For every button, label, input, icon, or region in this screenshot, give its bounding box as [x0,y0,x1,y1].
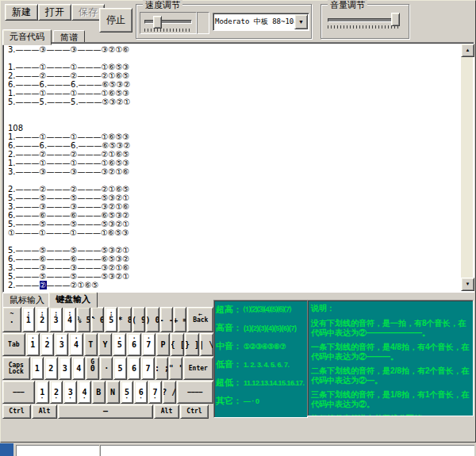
keyboard-key[interactable]: 4· [78,381,91,404]
legend-value: — · 0 [244,397,259,405]
scroll-down-icon[interactable]: ▼ [461,278,474,291]
keyboard-key[interactable]: ———— [177,381,213,404]
key-bottom-label: · [41,397,44,401]
explanation-paragraph: 三条下划线的音符，是1/8拍，有1个音长，在代码中表达为②。 [311,390,470,409]
keyboard-key[interactable]: :3 [49,307,62,332]
keyboard-key[interactable]: :1 [22,307,35,332]
keyboard-key[interactable]: : ; [155,357,168,380]
volume-slider-track[interactable] [328,18,399,22]
keyboard-key[interactable]: Caps Lock [2,357,30,380]
keyboard-key[interactable]: 5 [113,357,126,380]
notation-line: 2.———②———②———②①⑥⑤ [8,185,461,194]
new-button[interactable]: 新建 [5,4,38,21]
keyboard-key[interactable]: Ctrl [2,404,31,419]
keyboard-key[interactable]: ? / [163,381,176,404]
keyboard-key[interactable]: ——— [2,381,35,404]
keyboard-key[interactable]: | \ [200,333,213,356]
keyboard-key[interactable]: ·4 [69,333,83,356]
keyboard-key[interactable]: 5· [121,381,134,404]
keyboard-key[interactable]: 6· [134,381,148,404]
keyboard-key[interactable]: — [58,404,153,419]
speed-adjust-group: 速度调节 Moderato 中板 88~104拍/分 ▼ [136,4,312,39]
keyboard-key[interactable]: ·5 [113,333,126,356]
keyboard-key[interactable]: Alt [154,404,179,419]
keyboard-key[interactable]: 7· [148,381,162,404]
notation-line [8,115,461,124]
keyboard-key[interactable]: T [84,333,98,356]
keyboard-key[interactable]: B [92,381,106,404]
speed-slider[interactable] [140,12,197,34]
legend-label: 其它： [216,395,244,407]
key-main-label: Tab [8,342,19,348]
keyboard-key[interactable]: ←Back [187,307,213,332]
keyboard-key[interactable]: ·6 [127,333,140,356]
volume-slider-thumb[interactable] [391,13,400,26]
keyboard-key[interactable]: G0 [86,357,98,380]
keyboard-key[interactable]: ~. [2,307,21,332]
keyboard-key[interactable]: ( 9 [132,307,145,332]
keyboard-key[interactable]: ) 0 [146,307,159,332]
stop-button[interactable]: 停止 [99,8,132,33]
editor-vertical-scrollbar[interactable]: ▲ ▼ [461,44,473,291]
notation-line [8,106,461,115]
keyboard-key[interactable]: * 8 [118,307,131,332]
notation-lines: 3.———③———③———③②①⑥ 1.———①———①———①⑥⑤③ 2.——… [8,45,461,281]
key-main-label: Back [193,317,208,324]
keyboard-key[interactable]: Alt [32,404,57,419]
keyboard-key[interactable]: Tab [2,333,25,356]
keyboard-key[interactable]: P [156,333,170,356]
scroll-up-icon[interactable]: ▲ [461,44,474,57]
open-button[interactable]: 打开 [38,4,71,21]
legend-value: ①②③④⑤⑥⑦ [244,343,286,351]
explanation-paragraphs: 没有下划线的音符，是一拍，有8个音长，在代码中表达为②———————。一条下划线… [311,319,470,416]
key-main-label: Ctrl [9,408,24,415]
keyboard-key[interactable]: Y [98,333,112,356]
keyboard-key[interactable]: ·1 [26,333,40,356]
keyboard-key[interactable]: } ] [185,333,198,356]
keyboard-key[interactable]: 1· [36,381,49,404]
keyboard-key[interactable]: 2 [44,357,57,380]
keyboard-key[interactable]: { [ [171,333,184,356]
keyboard-key[interactable]: N [106,381,120,404]
tab-keyboard-input[interactable]: 键盘输入 [48,292,98,308]
keyboard-key[interactable]: 3· [63,381,77,404]
keyboard-key[interactable]: % 5 [77,307,90,332]
keyboard-key[interactable]: ·7 [142,333,155,356]
legend-value: ⑴⑵⑶⑷⑸⑹⑺ [244,305,291,315]
keyboard-key[interactable]: ^ 6 [91,307,104,332]
chevron-down-icon[interactable]: ▼ [294,14,308,29]
keyboard-key[interactable]: 4 [72,357,85,380]
keyboard-key[interactable]: + = [174,307,186,332]
key-main-label: 7 [146,341,151,349]
key-main-label: · [104,365,109,373]
legend-value: 11.12.13.14.15.16.17. [244,379,305,387]
notation-line: 5.———⑤———⑤———⑤③②① [8,220,461,228]
keyboard-key[interactable]: 3 [59,357,71,380]
keyboard-key[interactable]: 6 [128,357,140,380]
keyboard-key[interactable]: 7 [141,357,154,380]
keyboard-key[interactable]: :2 [36,307,48,332]
tab-mouse-input[interactable]: 鼠标输入 [2,293,52,308]
speed-slider-track[interactable] [144,20,192,24]
keyboard-key[interactable]: Enter [183,357,213,380]
keyboard-key[interactable]: :5 [105,307,117,332]
notation-line: 2.———②———②———②①⑥⑤ [8,71,461,80]
tempo-select[interactable]: Moderato 中板 88~104拍/分 ▼ [213,13,309,31]
notation-editor[interactable]: 3.———③———③———③②①⑥ 1.———①———①———①⑥⑤③ 2.——… [2,42,474,293]
key-main-label: 2 [40,316,44,324]
keyboard-key[interactable]: ·2 [40,333,54,356]
keyboard-key[interactable]: ·3 [55,333,68,356]
keyboard-key[interactable]: - - [160,307,173,332]
keyboard-key[interactable]: Ctrl [180,404,209,419]
tab-vowel-code[interactable]: 元音代码 [2,29,52,45]
explanation-paragraph: 一条下划线的音符，是4/8拍，有4个音长，在代码中表达为②———。 [311,343,470,362]
notation-line: 3.———③———③———③②①⑥ [8,45,461,54]
keyboard-key[interactable]: " ' [169,357,182,380]
speed-slider-thumb[interactable] [153,16,162,29]
keyboard-key[interactable]: · [100,357,113,380]
key-main-label: 1 [26,316,31,324]
key-main-label: 4 [67,316,72,324]
keyboard-key[interactable]: :4 [63,307,76,332]
keyboard-key[interactable]: 1 [31,357,44,380]
keyboard-key[interactable]: 2· [50,381,63,404]
